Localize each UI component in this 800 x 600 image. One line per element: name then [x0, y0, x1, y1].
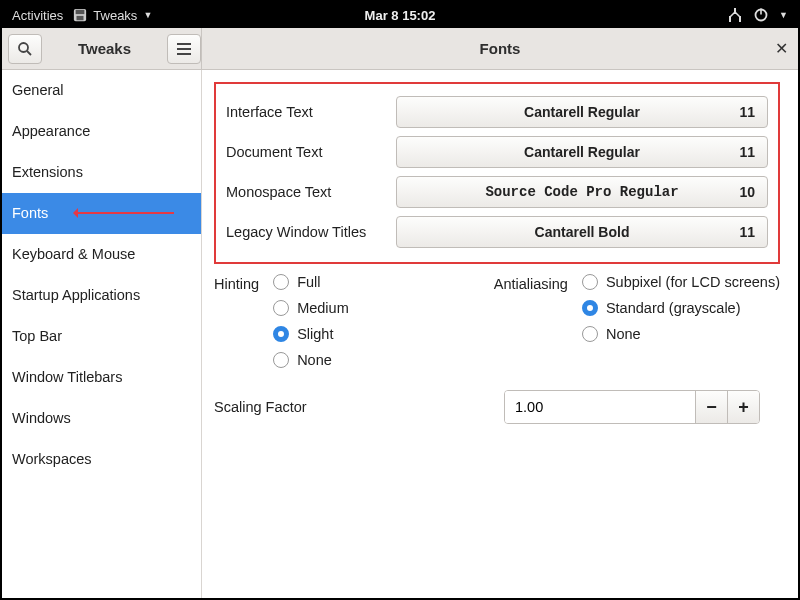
antialiasing-none-radio[interactable]: None: [582, 326, 780, 342]
svg-rect-1: [76, 10, 85, 14]
search-icon: [17, 41, 33, 57]
hinting-none-radio[interactable]: None: [273, 352, 349, 368]
svg-rect-10: [177, 43, 191, 45]
scaling-factor-input[interactable]: [505, 391, 695, 423]
antialiasing-label: Antialiasing: [494, 274, 568, 368]
font-row-label: Document Text: [226, 144, 396, 160]
font-row-label: Legacy Window Titles: [226, 224, 396, 240]
left-pane-title: Tweaks: [48, 40, 161, 57]
antialiasing-standard-radio[interactable]: Standard (grayscale): [582, 300, 780, 316]
sidebar: General Appearance Extensions Fonts Keyb…: [2, 70, 202, 598]
scaling-increment-button[interactable]: +: [727, 391, 759, 423]
sidebar-item-label: Top Bar: [12, 328, 62, 344]
svg-rect-12: [177, 53, 191, 55]
sidebar-item-label: Appearance: [12, 123, 90, 139]
svg-line-9: [27, 51, 31, 55]
interface-text-font-button[interactable]: Cantarell Regular 11: [396, 96, 768, 128]
svg-rect-7: [760, 9, 762, 15]
sidebar-item-label: Keyboard & Mouse: [12, 246, 135, 262]
body: General Appearance Extensions Fonts Keyb…: [2, 70, 798, 598]
font-name: Cantarell Regular: [411, 144, 753, 160]
scaling-decrement-button[interactable]: −: [695, 391, 727, 423]
sidebar-item-keyboard-mouse[interactable]: Keyboard & Mouse: [2, 234, 201, 275]
close-icon: ✕: [775, 40, 788, 57]
legacy-window-titles-font-button[interactable]: Cantarell Bold 11: [396, 216, 768, 248]
radio-icon: [273, 300, 289, 316]
plus-icon: +: [738, 397, 749, 418]
sidebar-item-appearance[interactable]: Appearance: [2, 111, 201, 152]
radio-icon: [273, 326, 289, 342]
font-name: Cantarell Regular: [411, 104, 753, 120]
svg-point-8: [19, 43, 28, 52]
network-icon[interactable]: [727, 8, 743, 22]
radio-icon: [582, 326, 598, 342]
radio-label: None: [606, 326, 641, 342]
hinting-radio-group: Full Medium Slight None: [273, 274, 349, 368]
minus-icon: −: [706, 397, 717, 418]
save-icon: [73, 8, 87, 22]
hinting-full-radio[interactable]: Full: [273, 274, 349, 290]
radio-label: Full: [297, 274, 320, 290]
font-size: 11: [739, 144, 755, 160]
radio-label: Subpixel (for LCD screens): [606, 274, 780, 290]
antialiasing-radio-group: Subpixel (for LCD screens) Standard (gra…: [582, 274, 780, 368]
hamburger-menu-button[interactable]: [167, 34, 201, 64]
sidebar-item-top-bar[interactable]: Top Bar: [2, 316, 201, 357]
hinting-medium-radio[interactable]: Medium: [273, 300, 349, 316]
sidebar-item-workspaces[interactable]: Workspaces: [2, 439, 201, 480]
antialiasing-subpixel-radio[interactable]: Subpixel (for LCD screens): [582, 274, 780, 290]
hamburger-icon: [177, 43, 191, 55]
svg-rect-2: [77, 16, 84, 20]
sidebar-item-label: Window Titlebars: [12, 369, 122, 385]
font-size: 11: [739, 224, 755, 240]
sidebar-item-startup-applications[interactable]: Startup Applications: [2, 275, 201, 316]
radio-icon: [582, 300, 598, 316]
radio-icon: [582, 274, 598, 290]
radio-label: Slight: [297, 326, 333, 342]
document-text-font-button[interactable]: Cantarell Regular 11: [396, 136, 768, 168]
activities-button[interactable]: Activities: [12, 8, 63, 23]
scaling-factor-label: Scaling Factor: [214, 399, 384, 415]
font-size: 11: [739, 104, 755, 120]
radio-label: Medium: [297, 300, 349, 316]
font-size: 10: [739, 184, 755, 200]
sidebar-item-label: Workspaces: [12, 451, 92, 467]
app-menu[interactable]: Tweaks ▼: [73, 8, 152, 23]
sidebar-item-window-titlebars[interactable]: Window Titlebars: [2, 357, 201, 398]
font-row-label: Monospace Text: [226, 184, 396, 200]
hinting-label: Hinting: [214, 274, 259, 368]
sidebar-item-label: Fonts: [12, 205, 48, 221]
clock[interactable]: Mar 8 15:02: [365, 8, 436, 23]
scaling-factor-spinbutton: − +: [504, 390, 760, 424]
header-bar: Tweaks Fonts ✕: [2, 28, 798, 70]
sidebar-item-label: Startup Applications: [12, 287, 140, 303]
gnome-top-bar: Activities Tweaks ▼ Mar 8 15:02 ▼: [2, 2, 798, 28]
page-title: Fonts: [480, 40, 521, 57]
close-button[interactable]: ✕: [775, 39, 788, 58]
monospace-text-font-button[interactable]: Source Code Pro Regular 10: [396, 176, 768, 208]
hinting-slight-radio[interactable]: Slight: [273, 326, 349, 342]
sidebar-item-fonts[interactable]: Fonts: [2, 193, 201, 234]
radio-label: None: [297, 352, 332, 368]
radio-icon: [273, 352, 289, 368]
annotation-box: Interface Text Cantarell Regular 11 Docu…: [214, 82, 780, 264]
radio-label: Standard (grayscale): [606, 300, 741, 316]
font-row-label: Interface Text: [226, 104, 396, 120]
font-name: Cantarell Bold: [411, 224, 753, 240]
svg-rect-11: [177, 48, 191, 50]
sidebar-item-label: Windows: [12, 410, 71, 426]
sidebar-item-extensions[interactable]: Extensions: [2, 152, 201, 193]
annotation-arrow: [74, 212, 174, 214]
sidebar-item-label: General: [12, 82, 64, 98]
sidebar-item-general[interactable]: General: [2, 70, 201, 111]
main-content: Interface Text Cantarell Regular 11 Docu…: [202, 70, 798, 598]
app-menu-label: Tweaks: [93, 8, 137, 23]
sidebar-item-label: Extensions: [12, 164, 83, 180]
search-button[interactable]: [8, 34, 42, 64]
power-icon[interactable]: [753, 7, 769, 23]
font-name: Source Code Pro Regular: [411, 184, 753, 200]
window: Activities Tweaks ▼ Mar 8 15:02 ▼: [0, 0, 800, 600]
sidebar-item-windows[interactable]: Windows: [2, 398, 201, 439]
chevron-down-icon: ▼: [143, 10, 152, 20]
radio-icon: [273, 274, 289, 290]
